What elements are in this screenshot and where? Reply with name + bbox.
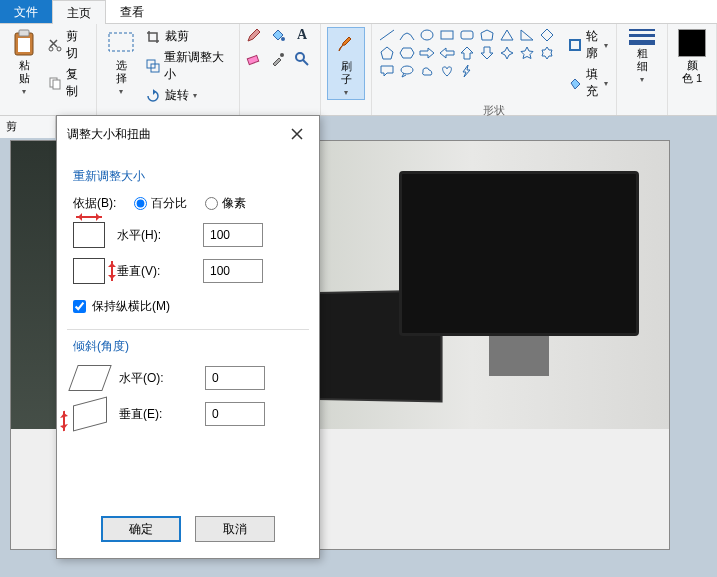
close-icon	[291, 128, 303, 140]
cropped-label: 剪	[0, 116, 56, 138]
text-icon[interactable]: A	[294, 27, 310, 43]
svg-rect-11	[247, 55, 258, 64]
cancel-button[interactable]: 取消	[195, 516, 275, 542]
fill-button[interactable]: 填充▾	[566, 65, 610, 101]
chevron-down-icon: ▾	[640, 75, 644, 84]
shape-rtriangle-icon[interactable]	[518, 27, 536, 43]
tab-view[interactable]: 查看	[106, 0, 158, 23]
by-label: 依据(B):	[73, 195, 116, 212]
shape-callout-cloud-icon[interactable]	[418, 63, 436, 79]
copy-button[interactable]: 复制	[46, 65, 90, 101]
skew-vertical-input[interactable]	[205, 402, 265, 426]
shape-arrow-left-icon[interactable]	[438, 45, 456, 61]
shape-oval-icon[interactable]	[418, 27, 436, 43]
radio-pixels[interactable]: 像素	[205, 195, 246, 212]
shape-lightning-icon[interactable]	[458, 63, 476, 79]
horizontal-input[interactable]	[203, 223, 263, 247]
maintain-aspect-label: 保持纵横比(M)	[92, 298, 170, 315]
rotate-button[interactable]: 旋转 ▾	[143, 86, 233, 105]
ribbon-group-colors: 颜 色 1	[668, 24, 717, 115]
ok-button[interactable]: 确定	[101, 516, 181, 542]
selection-icon	[107, 29, 135, 57]
shape-arrow-right-icon[interactable]	[418, 45, 436, 61]
crop-button[interactable]: 裁剪	[143, 27, 233, 46]
radio-percentage[interactable]: 百分比	[134, 195, 187, 212]
shape-line-icon[interactable]	[378, 27, 396, 43]
svg-point-4	[57, 47, 61, 51]
select-button[interactable]: 选 择 ▾	[103, 27, 139, 98]
stroke-lines-icon	[627, 29, 657, 45]
outline-button[interactable]: 轮廓▾	[566, 27, 610, 63]
svg-point-12	[280, 53, 284, 57]
stroke-width-button[interactable]: 粗 细 ▾	[623, 27, 661, 86]
skew-h-label: 水平(O):	[119, 370, 193, 387]
ribbon-group-shapes: 轮廓▾ 填充▾ 形状	[372, 24, 617, 115]
shape-arrow-down-icon[interactable]	[478, 45, 496, 61]
color1-button[interactable]: 颜 色 1	[674, 27, 710, 87]
horizontal-label: 水平(H):	[117, 227, 191, 244]
shape-star6-icon[interactable]	[538, 45, 556, 61]
svg-rect-2	[18, 38, 30, 52]
shape-callout-rect-icon[interactable]	[378, 63, 396, 79]
svg-point-17	[401, 66, 413, 74]
close-button[interactable]	[285, 122, 309, 146]
scissors-icon	[48, 37, 62, 53]
tab-home[interactable]: 主页	[52, 0, 106, 24]
skew-horizontal-icon	[68, 365, 111, 391]
svg-point-13	[296, 53, 304, 61]
maintain-aspect-checkbox[interactable]	[73, 300, 86, 313]
dialog-titlebar: 调整大小和扭曲	[57, 116, 319, 152]
resize-button[interactable]: 重新调整大小	[143, 48, 233, 84]
svg-rect-7	[109, 33, 133, 51]
shape-callout-oval-icon[interactable]	[398, 63, 416, 79]
chevron-down-icon: ▾	[193, 91, 197, 100]
skew-vertical-icon	[73, 396, 107, 431]
shape-pentagon-icon[interactable]	[378, 45, 396, 61]
pencil-icon[interactable]	[246, 27, 262, 43]
copy-icon	[48, 75, 62, 91]
rotate-icon	[145, 88, 161, 104]
shape-triangle-icon[interactable]	[498, 27, 516, 43]
shape-curve-icon[interactable]	[398, 27, 416, 43]
vertical-input[interactable]	[203, 259, 263, 283]
svg-rect-6	[53, 80, 60, 89]
svg-rect-18	[570, 40, 580, 50]
paste-button[interactable]: 粘 贴 ▾	[6, 27, 42, 98]
resize-horizontal-icon	[73, 222, 105, 248]
menu-bar: 文件 主页 查看	[0, 0, 717, 24]
tab-file[interactable]: 文件	[0, 0, 52, 23]
shape-roundrect-icon[interactable]	[458, 27, 476, 43]
svg-rect-1	[19, 30, 29, 36]
chevron-down-icon: ▾	[22, 87, 26, 96]
resize-icon	[145, 58, 160, 74]
brushes-button[interactable]: 刷 子 ▾	[327, 27, 365, 100]
ribbon-group-brushes: 刷 子 ▾	[321, 24, 372, 115]
bucket-icon	[568, 75, 582, 91]
eyedropper-icon[interactable]	[270, 51, 286, 67]
color-swatch-icon	[678, 29, 706, 57]
shape-polygon-icon[interactable]	[478, 27, 496, 43]
shape-arrow-up-icon[interactable]	[458, 45, 476, 61]
magnifier-icon[interactable]	[294, 51, 310, 67]
svg-rect-15	[441, 31, 453, 39]
eraser-icon[interactable]	[246, 51, 262, 67]
shape-rect-icon[interactable]	[438, 27, 456, 43]
resize-skew-dialog: 调整大小和扭曲 重新调整大小 依据(B): 百分比 像素 水平(H): 垂直(V…	[56, 115, 320, 559]
shape-hexagon-icon[interactable]	[398, 45, 416, 61]
skew-v-label: 垂直(E):	[119, 406, 193, 423]
dialog-title-text: 调整大小和扭曲	[67, 126, 151, 143]
skew-horizontal-input[interactable]	[205, 366, 265, 390]
chevron-down-icon: ▾	[119, 87, 123, 96]
shape-star4-icon[interactable]	[498, 45, 516, 61]
svg-point-14	[421, 30, 433, 40]
shape-heart-icon[interactable]	[438, 63, 456, 79]
cut-button[interactable]: 剪切	[46, 27, 90, 63]
ribbon-group-stroke: 粗 细 ▾	[617, 24, 668, 115]
outline-icon	[568, 37, 582, 53]
shapes-gallery[interactable]	[378, 27, 556, 79]
shape-star5-icon[interactable]	[518, 45, 536, 61]
fill-icon[interactable]	[270, 27, 286, 43]
shape-diamond-icon[interactable]	[538, 27, 556, 43]
clipboard-icon	[10, 29, 38, 57]
ribbon-group-tools: A	[240, 24, 321, 115]
